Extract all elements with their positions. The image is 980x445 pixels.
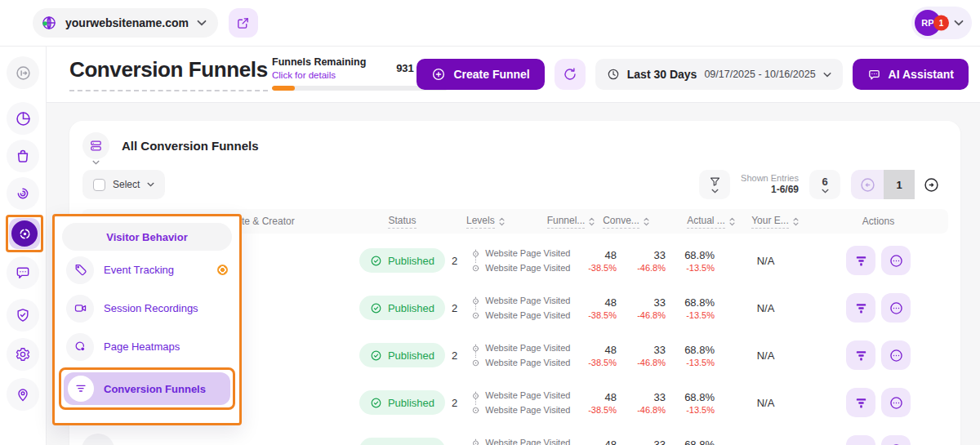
funnel-steps: Website Page Visited Website Page Visite… [471,295,570,321]
filter-control[interactable] [699,170,730,199]
notification-dot-icon [217,265,228,275]
actual-cell: 68.8% -13.5% [674,438,723,445]
view-funnel-button[interactable] [846,246,875,275]
shield-check-icon[interactable] [7,299,39,332]
column-conversions[interactable]: Conve... [602,215,651,229]
chevron-down-icon [822,189,829,194]
quota-details-link[interactable]: Click for details [272,70,366,80]
page-size-selector[interactable]: 6 [809,170,840,199]
column-funnel[interactable]: Funnel... [549,215,594,229]
funnel-chart-icon [854,396,868,410]
status-badge: Published [359,296,445,320]
ellipsis-circle-icon [889,253,904,269]
table-list-icon[interactable] [82,132,109,159]
check-circle-icon [370,255,382,267]
column-name-date-creator[interactable]: te & Creator [242,216,359,227]
globe-icon [41,15,57,31]
view-funnel-button[interactable] [846,435,875,445]
menu-item-page-heatmaps[interactable]: Page Heatmaps [62,327,232,366]
actual-cell: 68.8% -13.5% [674,344,723,367]
create-funnel-button[interactable]: Create Funnel [416,59,544,90]
menu-item-conversion-funnels[interactable]: Conversion Funnels [64,372,230,405]
funnel-chart-icon [854,349,868,363]
card-title: All Conversion Funnels [122,139,259,153]
column-actual[interactable]: Actual ... [687,215,736,229]
arrow-right-circle-icon [923,176,940,194]
status-badge: Published [359,343,445,367]
date-range-picker[interactable]: Last 30 Days 09/17/2025 - 10/16/2025 [595,59,843,90]
ai-assistant-button[interactable]: AI Assistant [853,59,969,90]
actual-cell: 68.8% -13.5% [674,296,723,320]
ellipsis-circle-icon [889,443,904,445]
chat-icon[interactable] [7,256,39,289]
spiral-icon[interactable] [7,177,39,210]
levels-count: 2 [452,255,457,267]
next-page-button[interactable] [915,170,947,199]
check-circle-icon [370,302,382,314]
range-dates: 09/17/2025 - 10/16/2025 [704,69,815,80]
check-circle-icon [370,397,382,409]
levels-count: 2 [452,397,457,409]
column-your-e[interactable]: Your E... [733,215,818,229]
chevron-down-icon[interactable] [92,160,100,165]
row-more-button[interactable] [881,388,911,417]
user-menu[interactable]: RP 1 [911,7,972,39]
expand-sidebar-icon[interactable] [7,56,39,89]
visitor-behavior-target-icon [18,227,32,241]
conversions-cell: 33 -46.8% [625,391,674,415]
quota-label: Funnels Remaining [272,56,366,69]
sort-icon[interactable] [498,216,506,227]
select-checkbox[interactable] [93,179,105,191]
status-badge: Published [359,438,445,445]
gear-icon[interactable] [7,338,39,371]
current-page[interactable]: 1 [884,170,915,199]
status-badge: Published [359,390,445,415]
sidebar-item-visitor-behavior[interactable] [9,218,40,249]
sort-icon[interactable] [643,216,650,227]
top-bar: yourwebsitename.com RP 1 [0,0,980,47]
chevron-down-icon [711,189,719,194]
check-circle-icon [370,349,382,362]
prev-page-button[interactable] [851,170,884,199]
funnel-value-cell: 48 -38.5% [580,296,625,320]
select-all-control[interactable]: Select [82,170,165,199]
row-more-button[interactable] [881,293,911,323]
open-website-button[interactable] [229,8,258,38]
conversions-cell: 33 -46.8% [625,438,674,445]
website-selector[interactable]: yourwebsitename.com [33,8,218,38]
funnel-chart-icon [854,254,868,268]
row-more-button[interactable] [881,246,911,275]
funnel-value-cell: 48 -38.5% [580,344,625,367]
page-header: Conversion Funnels Funnels Remaining Cli… [47,47,980,103]
view-funnel-button[interactable] [846,388,875,417]
funnel-icon [68,376,94,402]
view-funnel-button[interactable] [846,293,875,323]
pie-chart-icon[interactable] [7,102,39,135]
your-e-cell: N/A [723,255,808,267]
your-e-cell: N/A [723,349,808,362]
quota-progress-fill [272,86,295,91]
location-pin-icon[interactable] [7,378,39,411]
arrow-left-circle-icon [859,176,876,194]
row-more-button[interactable] [881,340,911,370]
column-status[interactable]: Status [359,215,445,229]
clock-icon [607,68,620,81]
table-row[interactable]: Published 2 Website Page Visited Website… [82,426,948,445]
refresh-button[interactable] [555,59,586,90]
sort-icon[interactable] [588,216,595,227]
external-link-icon [236,16,250,30]
heatmap-icon [66,333,94,361]
video-icon [66,295,94,323]
sort-icon[interactable] [792,216,800,227]
site-name: yourwebsitename.com [65,16,189,29]
view-funnel-button[interactable] [846,340,875,370]
shopping-bag-icon[interactable] [7,140,39,172]
ellipsis-circle-icon [889,300,904,316]
status-badge: Published [359,248,445,273]
menu-item-event-tracking[interactable]: Event Tracking [62,251,232,289]
tag-icon [66,256,94,284]
funnel-chart-icon [854,301,868,315]
menu-item-session-recordings[interactable]: Session Recordings [62,289,232,327]
row-more-button[interactable] [881,435,911,445]
funnel-value-cell: 48 -38.5% [580,438,625,445]
